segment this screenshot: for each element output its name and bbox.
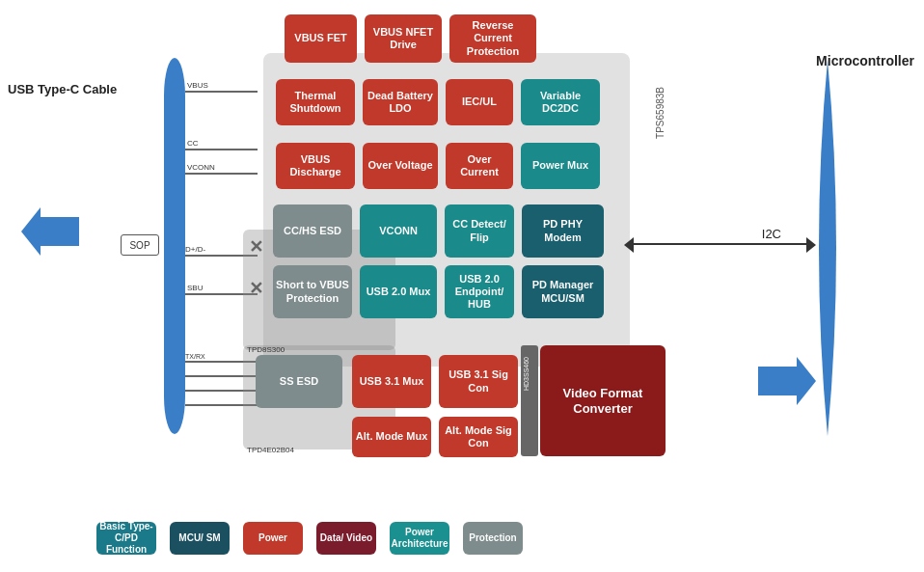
legend-item-data: Data/ Video	[316, 522, 376, 555]
variable-dc2dc-block: Variable DC2DC	[521, 79, 600, 125]
vbus-discharge-block: VBUS Discharge	[276, 143, 355, 189]
cc-detect-block: CC Detect/ Flip	[445, 204, 514, 258]
usb31-sig-block: USB 3.1 Sig Con	[439, 355, 518, 408]
dead-battery-block: Dead Battery LDO	[363, 79, 438, 125]
svg-text:SBU: SBU	[187, 284, 204, 292]
legend-box-basic: Basic Type-C/PD Function	[96, 522, 156, 555]
over-voltage-block: Over Voltage	[363, 143, 438, 189]
vbus-fet-block: VBUS FET	[285, 14, 357, 63]
pd-phy-block: PD PHY Modem	[522, 204, 604, 258]
usb20-endpoint-block: USB 2.0 Endpoint/ HUB	[445, 265, 514, 318]
sop-box: SOP	[121, 234, 159, 256]
i2c-label: I2C	[762, 227, 781, 241]
svg-text:TX/RX: TX/RX	[185, 353, 205, 360]
svg-text:VBUS: VBUS	[187, 81, 208, 90]
usb20-mux-block: USB 2.0 Mux	[360, 265, 437, 318]
svg-text:VCONN: VCONN	[187, 163, 215, 172]
ss-esd-block: SS ESD	[256, 355, 342, 408]
legend-item-mcu: MCU/ SM	[170, 522, 230, 555]
svg-marker-15	[21, 207, 79, 256]
reverse-current-block: Reverse Current Protection	[449, 14, 536, 63]
iec-ul-block: IEC/UL	[446, 79, 513, 125]
video-format-block: Video Format Converter	[540, 345, 666, 456]
tpd4-label: TPD4E02B04	[247, 446, 294, 454]
tps-label: TPS65983B	[655, 87, 666, 139]
short-vbus-block: Short to VBUS Protection	[273, 265, 352, 318]
over-current-block: Over Current	[446, 143, 513, 189]
tpd8-label: TPD8S300	[247, 345, 285, 354]
i2c-arrow-right	[806, 237, 816, 253]
svg-text:D+/D-: D+/D-	[185, 245, 205, 254]
legend-item-power-arch: Power Architecture	[390, 522, 449, 555]
usb-cable-label: USB Type-C Cable	[8, 82, 117, 98]
svg-text:CC: CC	[187, 139, 199, 148]
svg-marker-16	[758, 357, 816, 405]
right-arrow-mcu	[758, 357, 816, 405]
legend-box-mcu: MCU/ SM	[170, 522, 230, 555]
legend-box-protection: Protection	[463, 522, 523, 555]
cc-hs-esd-block: CC/HS ESD	[273, 204, 352, 258]
legend-box-power-arch: Power Architecture	[390, 522, 449, 555]
legend-box-data: Data/ Video	[316, 522, 376, 555]
left-arrow	[21, 207, 79, 256]
legend-item-power: Power	[243, 522, 303, 555]
vbus-nfet-block: VBUS NFET Drive	[365, 14, 442, 63]
legend-box-power: Power	[243, 522, 303, 555]
legend-item-basic: Basic Type-C/PD Function	[96, 522, 156, 555]
legend: Basic Type-C/PD Function MCU/ SM Power D…	[96, 522, 523, 555]
i2c-arrow-left	[624, 237, 634, 253]
hd3-label: HD3SS460	[523, 357, 530, 391]
alt-mode-sig-block: Alt. Mode Sig Con	[439, 417, 518, 457]
diagram-container: USB Type-C Cable Microcontroller VBUS CC…	[0, 0, 924, 572]
power-mux-block: Power Mux	[521, 143, 600, 189]
legend-item-protection: Protection	[463, 522, 523, 555]
thermal-shutdown-block: Thermal Shutdown	[276, 79, 355, 125]
usb-bar	[164, 58, 185, 434]
pd-manager-block: PD Manager MCU/SM	[522, 265, 604, 318]
alt-mode-mux-block: Alt. Mode Mux	[352, 417, 431, 457]
usb31-mux-block: USB 3.1 Mux	[352, 355, 431, 408]
vconn-block: VCONN	[360, 204, 437, 258]
i2c-line	[627, 243, 813, 245]
